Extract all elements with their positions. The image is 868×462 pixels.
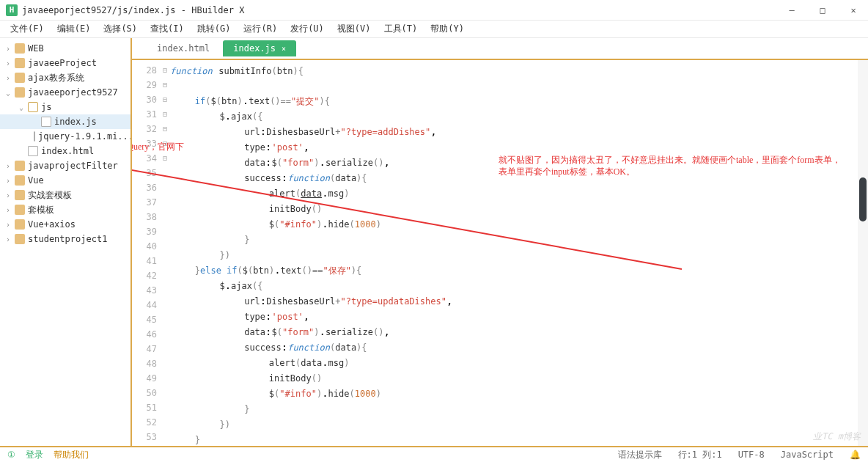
folder-icon <box>15 73 25 83</box>
tree-row[interactable]: ›Vue <box>0 173 130 188</box>
svg-line-2 <box>132 163 682 269</box>
maximize-button[interactable]: □ <box>814 5 831 15</box>
expand-icon[interactable]: ⌄ <box>4 89 12 97</box>
tree-row[interactable]: ›javaprojectFilter <box>0 158 130 173</box>
folder-icon <box>15 234 25 244</box>
arrow-3-icon <box>132 159 689 276</box>
scrollbar-thumb[interactable] <box>859 177 867 221</box>
menubar: 文件(F)编辑(E)选择(S)查找(I)跳转(G)运行(R)发行(U)视图(V)… <box>0 21 868 38</box>
menu-item[interactable]: 运行(R) <box>238 21 283 37</box>
folder-icon <box>15 219 25 230</box>
folder-icon <box>15 205 25 215</box>
tree-label: javaprojectFilter <box>28 161 118 171</box>
expand-icon[interactable]: ⌄ <box>18 103 25 111</box>
annotation-jquery: jQuery，官网下 <box>132 141 184 153</box>
watermark: 业TC m博客 <box>813 430 861 443</box>
tree-label: javaeeporject9527 <box>28 87 118 98</box>
language-button[interactable]: JavaScript <box>781 450 834 460</box>
cursor-position: 行:1 列:1 <box>678 449 722 461</box>
menu-item[interactable]: 编辑(E) <box>51 21 97 37</box>
folder-o-icon <box>28 102 38 112</box>
close-tab-icon[interactable]: × <box>282 45 286 53</box>
folder-icon <box>15 161 25 171</box>
expand-icon[interactable]: › <box>4 191 12 199</box>
tree-label: Vue+axios <box>28 219 76 230</box>
tree-label: ajax教务系统 <box>28 72 84 84</box>
tree-row[interactable]: jquery-1.9.1.mi... <box>0 129 130 144</box>
encoding-button[interactable]: UTF-8 <box>738 450 765 460</box>
minimize-button[interactable]: — <box>783 5 801 15</box>
folder-icon <box>15 87 25 98</box>
tab-label: index.html <box>157 43 210 54</box>
login-icon[interactable]: ① <box>7 450 15 460</box>
app-logo-icon: H <box>6 4 18 16</box>
bell-icon[interactable]: 🔔 <box>850 450 861 460</box>
vertical-scrollbar[interactable] <box>858 60 868 446</box>
expand-icon[interactable]: › <box>4 162 12 170</box>
file-icon <box>28 146 38 156</box>
tree-row[interactable]: ⌄javaeeporject9527 <box>0 85 130 100</box>
editor-tab[interactable]: index.html <box>147 40 220 56</box>
expand-icon[interactable]: › <box>4 74 12 82</box>
editor-tabs: index.htmlindex.js× <box>132 38 868 60</box>
tree-label: 套模板 <box>28 204 54 216</box>
menu-item[interactable]: 视图(V) <box>331 21 377 37</box>
tree-label: studentproject1 <box>28 234 107 244</box>
expand-icon[interactable]: › <box>4 235 12 243</box>
tree-row[interactable]: ›javaeeProject <box>0 56 130 70</box>
menu-item[interactable]: 工具(T) <box>378 21 424 37</box>
menu-item[interactable]: 帮助(Y) <box>424 21 470 37</box>
tree-row[interactable]: ›套模板 <box>0 202 130 217</box>
login-button[interactable]: 登录 <box>26 449 43 461</box>
syntax-lib-button[interactable]: 语法提示库 <box>618 449 662 461</box>
tree-row[interactable]: ›Vue+axios <box>0 217 130 232</box>
tree-label: WEB <box>28 43 44 54</box>
tree-label: jquery-1.9.1.mi... <box>38 131 130 142</box>
tree-row[interactable]: ›studentproject1 <box>0 232 130 246</box>
tree-label: index.html <box>41 146 94 156</box>
close-button[interactable]: ✕ <box>845 5 862 15</box>
tab-label: index.js <box>233 43 276 54</box>
expand-icon[interactable]: › <box>4 177 12 185</box>
editor-pane: index.htmlindex.js× 28 29 30 31 32 33 34… <box>132 38 868 446</box>
editor-tab[interactable]: index.js× <box>223 40 296 56</box>
folder-icon <box>15 58 25 68</box>
code-area[interactable]: 28 29 30 31 32 33 34 35 36 37 38 39 40 4… <box>132 60 868 446</box>
menu-item[interactable]: 查找(I) <box>144 21 190 37</box>
tree-row[interactable]: ›WEB <box>0 41 130 56</box>
folder-icon <box>15 43 25 54</box>
folder-icon <box>15 190 25 200</box>
menu-item[interactable]: 发行(U) <box>284 21 330 37</box>
file-icon <box>41 117 51 127</box>
window-title: javaeeporject9527/js/index.js - HBuilder… <box>22 5 783 15</box>
project-sidebar[interactable]: ›WEB›javaeeProject›ajax教务系统⌄javaeeporjec… <box>0 38 132 446</box>
tree-row[interactable]: index.js <box>0 114 130 129</box>
expand-icon[interactable]: › <box>4 45 12 53</box>
folder-icon <box>15 175 25 186</box>
tree-label: javaeeProject <box>28 58 97 68</box>
statusbar: ① 登录 帮助我们 语法提示库 行:1 列:1 UTF-8 JavaScript… <box>0 446 868 462</box>
tree-label: js <box>41 102 51 112</box>
tree-label: index.js <box>54 117 97 127</box>
window-controls: — □ ✕ <box>783 5 862 15</box>
help-us-link[interactable]: 帮助我们 <box>54 449 89 461</box>
tree-row[interactable]: index.html <box>0 144 130 158</box>
expand-icon[interactable]: › <box>4 221 12 229</box>
menu-item[interactable]: 文件(F) <box>4 21 50 37</box>
menu-item[interactable]: 选择(S) <box>98 21 143 37</box>
expand-icon[interactable]: › <box>4 206 12 214</box>
tree-row[interactable]: ⌄js <box>0 100 130 114</box>
tree-row[interactable]: ›ajax教务系统 <box>0 70 130 85</box>
tree-label: 实战套模板 <box>28 189 72 202</box>
file-icon <box>34 131 35 142</box>
menu-item[interactable]: 跳转(G) <box>191 21 237 37</box>
tree-row[interactable]: ›实战套模板 <box>0 188 130 202</box>
expand-icon[interactable]: › <box>4 59 12 67</box>
tree-label: Vue <box>28 175 44 186</box>
titlebar: H javaeeporject9527/js/index.js - HBuild… <box>0 0 868 21</box>
